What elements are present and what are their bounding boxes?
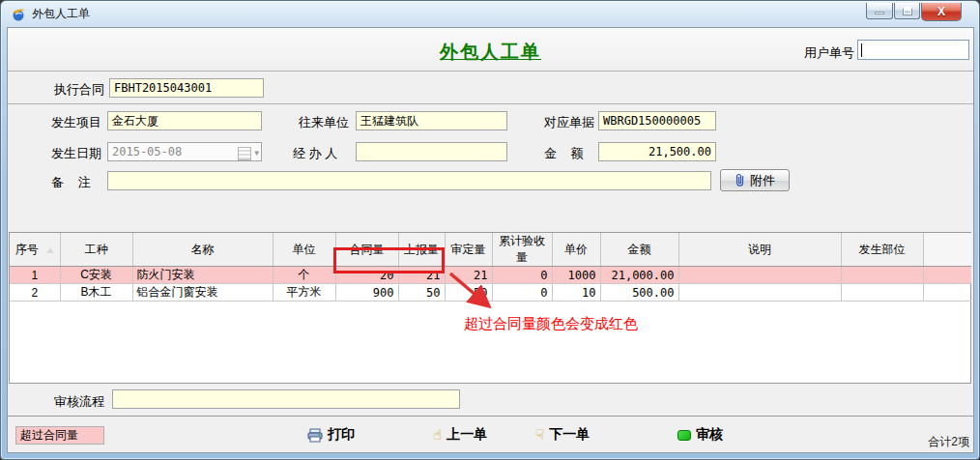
print-button[interactable]: 打印 <box>307 424 355 446</box>
annotation-text: 超过合同量颜色会变成红色 <box>464 315 638 333</box>
column-header-7[interactable]: 累计验收量 <box>492 233 552 267</box>
cell-filler <box>923 267 971 284</box>
amount-label: 金 额 <box>544 145 583 162</box>
cell: 500.00 <box>600 284 678 302</box>
cell-filler <box>923 284 971 302</box>
cell: 21,000.00 <box>600 267 678 284</box>
next-label: 下一单 <box>549 426 590 444</box>
window: 外包人工单 X 外包人工单 用户单号 执行合同 FBHT2015043001 发… <box>0 0 980 460</box>
audit-green-icon <box>677 430 691 441</box>
print-label: 打印 <box>328 426 355 444</box>
refdoc-label: 对应单据 <box>544 114 594 131</box>
cell: 1 <box>10 267 60 284</box>
cell: C安装 <box>60 267 132 284</box>
form-content: 外包人工单 用户单号 执行合同 FBHT2015043001 发生项目 金石大厦… <box>7 27 974 453</box>
cell <box>678 267 841 284</box>
amount-input[interactable]: 21,500.00 <box>598 142 716 161</box>
previous-button[interactable]: ☝ 上一单 <box>433 424 487 446</box>
previous-label: 上一单 <box>447 426 487 444</box>
cell: 50 <box>398 284 445 302</box>
column-header-10[interactable]: 说明 <box>678 233 841 267</box>
counterparty-input[interactable]: 王猛建筑队 <box>356 111 507 130</box>
column-header-0[interactable]: 序号 <box>10 233 60 267</box>
cell: 平方米 <box>273 284 335 302</box>
cell <box>841 267 923 284</box>
cell: 铝合金门窗安装 <box>132 284 273 302</box>
audit-button[interactable]: 审核 <box>677 424 723 446</box>
detail-table: 序号工种名称单位合同量上报量审定量累计验收量单价金额说明发生部位 1C安装防火门… <box>9 232 971 384</box>
audit-label: 审核 <box>696 426 723 444</box>
maximize-icon <box>903 7 912 15</box>
remark-label: 备 注 <box>51 174 90 191</box>
cell: 防火门安装 <box>132 267 273 284</box>
column-header-8[interactable]: 单价 <box>552 233 600 267</box>
attachment-label: 附件 <box>750 172 775 189</box>
handler-label: 经 办 人 <box>293 145 337 162</box>
footer-bar: 超过合同量 打印 ☝ 上一单 ☟ 下一单 审核 <box>8 416 973 452</box>
column-header-3[interactable]: 单位 <box>273 233 335 267</box>
cell: 10 <box>552 284 600 302</box>
cell: 0 <box>492 284 552 302</box>
user-no-input[interactable] <box>857 40 969 60</box>
maximize-button[interactable] <box>894 3 920 19</box>
column-header-5[interactable]: 上报量 <box>398 233 445 267</box>
project-label: 发生项目 <box>51 114 101 131</box>
cell: 0 <box>492 267 552 284</box>
contract-input[interactable]: FBHT2015043001 <box>109 78 264 98</box>
project-input[interactable]: 金石大厦 <box>107 111 262 130</box>
column-header-11[interactable]: 发生部位 <box>841 233 923 267</box>
handler-input[interactable] <box>356 142 507 161</box>
user-no-label: 用户单号 <box>804 44 854 62</box>
text-cursor <box>861 43 862 57</box>
minimize-icon <box>875 12 884 14</box>
column-header-4[interactable]: 合同量 <box>335 233 398 267</box>
column-header-6[interactable]: 审定量 <box>445 233 492 267</box>
review-input[interactable] <box>112 389 460 409</box>
refdoc-input[interactable]: WBRGD150000005 <box>598 111 716 130</box>
column-header-9[interactable]: 金额 <box>600 233 678 267</box>
close-button[interactable]: X <box>921 3 962 21</box>
total-count: 合计2项 <box>928 434 969 450</box>
column-header-2[interactable]: 名称 <box>132 233 273 267</box>
hand-down-icon: ☟ <box>535 426 544 444</box>
attachment-button[interactable]: 附件 <box>720 169 790 191</box>
sort-indicator-icon <box>46 247 54 253</box>
next-button[interactable]: ☟ 下一单 <box>535 424 590 446</box>
cell: 20 <box>335 267 398 284</box>
cell: 1000 <box>552 267 600 284</box>
over-limit-legend: 超过合同量 <box>15 426 104 445</box>
minimize-button[interactable] <box>866 3 893 19</box>
cell: 900 <box>335 284 398 302</box>
table-row[interactable]: 2B木工铝合金门窗安装平方米9005050010500.00 <box>10 284 971 302</box>
cell: 21 <box>398 267 445 284</box>
review-label: 审核流程 <box>54 393 104 411</box>
cell: 21 <box>445 267 492 284</box>
table-header-row: 序号工种名称单位合同量上报量审定量累计验收量单价金额说明发生部位 <box>10 233 971 267</box>
cell: 2 <box>10 284 60 302</box>
window-title: 外包人工单 <box>32 6 90 22</box>
hand-up-icon: ☝ <box>433 426 442 444</box>
remark-input[interactable] <box>107 171 711 190</box>
date-picker[interactable]: 2015-05-08 ▼ <box>107 142 262 161</box>
cell <box>678 284 841 302</box>
title-bar[interactable]: 外包人工单 <box>1 1 979 27</box>
contract-label: 执行合同 <box>54 81 104 99</box>
close-icon: X <box>937 5 945 18</box>
table-row[interactable]: 1C安装防火门安装个2021210100021,000.00 <box>10 267 971 284</box>
cell: 个 <box>273 267 335 284</box>
cell <box>841 284 923 302</box>
calendar-icon[interactable] <box>238 147 251 160</box>
dropdown-arrow-icon[interactable]: ▼ <box>254 145 259 162</box>
cell: 50 <box>445 284 492 302</box>
header-band: 外包人工单 用户单号 <box>8 28 973 72</box>
printer-icon <box>307 428 323 443</box>
paperclip-icon <box>735 173 745 187</box>
cell: B木工 <box>60 284 132 302</box>
counterparty-label: 往来单位 <box>299 114 349 131</box>
app-icon <box>11 7 26 22</box>
date-label: 发生日期 <box>51 145 101 162</box>
column-header-1[interactable]: 工种 <box>60 233 132 267</box>
